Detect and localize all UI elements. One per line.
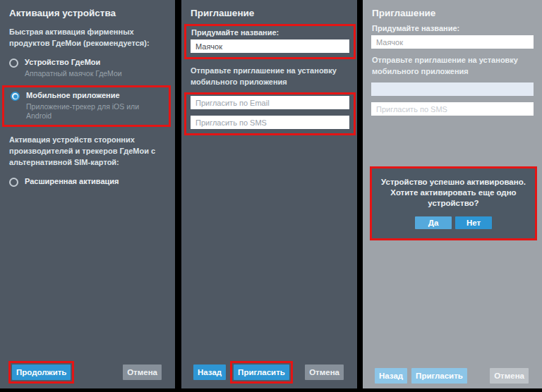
panel-activation: Активация устройства Быстрая активация ф…: [0, 0, 175, 388]
radio-option-label: Расширенная активация: [25, 177, 119, 186]
radio-option-device-texts: Устройство ГдеМои Аппаратный маячок ГдеМ…: [25, 58, 122, 78]
back-button[interactable]: Назад: [193, 365, 226, 380]
radio-option-mobile-texts: Мобильное приложение Приложение-трекер д…: [26, 91, 163, 120]
radio-option-extended-texts: Расширенная активация: [25, 177, 119, 186]
device-name-input[interactable]: [191, 39, 349, 53]
panel2-footer: Назад Пригласить Отмена: [190, 361, 344, 384]
footer-left-group: Назад Пригласить: [193, 361, 293, 384]
invite-sms-input[interactable]: [191, 116, 349, 129]
annotation-box-invite-button: Пригласить: [230, 361, 293, 384]
radio-option-device[interactable]: Устройство ГдеМои Аппаратный маячок ГдеМ…: [9, 58, 166, 78]
panel-invitation: Приглашение Придумайте название: Отправь…: [181, 0, 357, 388]
radio-option-mobile-app[interactable]: Мобильное приложение Приложение-трекер д…: [11, 91, 163, 120]
panel-invitation-dimmed: Приглашение Придумайте название: Отправь…: [363, 0, 542, 388]
radio-option-extended[interactable]: Расширенная активация: [9, 177, 166, 187]
send-invitation-text: Отправьте приглашение на установку мобил…: [191, 66, 348, 87]
radio-unselected-icon[interactable]: [9, 59, 18, 68]
radio-selected-icon[interactable]: [11, 92, 20, 101]
continue-button[interactable]: Продолжить: [12, 365, 71, 380]
radio-option-label: Устройство ГдеМои: [25, 58, 122, 67]
name-field-label: Придумайте название:: [191, 28, 349, 37]
page-title: Приглашение: [191, 8, 349, 19]
cancel-button[interactable]: Отмена: [123, 365, 162, 380]
annotation-box-name-field: Придумайте название:: [184, 24, 356, 59]
radio-option-desc: Аппаратный маячок ГдеМои: [25, 69, 122, 78]
radio-unselected-icon[interactable]: [9, 178, 18, 187]
success-dialog-message: Устройство успешно активировано. Хотите …: [378, 177, 529, 209]
page-title: Активация устройства: [9, 8, 167, 19]
activation-wizard-screenshot: Активация устройства Быстрая активация ф…: [0, 0, 542, 392]
no-button[interactable]: Нет: [455, 216, 492, 229]
dialog-buttons: Да Нет: [378, 216, 529, 229]
cancel-button[interactable]: Отмена: [305, 365, 344, 380]
radio-option-label: Мобильное приложение: [26, 91, 163, 100]
annotation-box-success-dialog: Устройство успешно активировано. Хотите …: [370, 166, 537, 240]
invite-button[interactable]: Пригласить: [234, 365, 289, 380]
invite-email-input[interactable]: [191, 96, 349, 109]
success-dialog: Устройство успешно активировано. Хотите …: [372, 169, 535, 238]
activation-intro-text: Быстрая активация фирменных продуктов Гд…: [9, 27, 166, 49]
annotation-box-invite-fields: [184, 92, 356, 135]
annotation-box-mobile-app: Мобильное приложение Приложение-трекер д…: [2, 85, 171, 127]
yes-button[interactable]: Да: [415, 216, 452, 229]
activation-section2-text: Активация устройств сторонних производит…: [9, 135, 166, 168]
radio-option-desc: Приложение-трекер для iOS или Android: [26, 102, 163, 120]
success-line1: Устройство успешно активировано.: [381, 178, 526, 186]
annotation-box-continue: Продолжить: [8, 361, 74, 384]
success-line2: Хотите активировать еще одно устройство?: [390, 188, 516, 207]
panel1-footer: Продолжить Отмена: [8, 361, 162, 384]
